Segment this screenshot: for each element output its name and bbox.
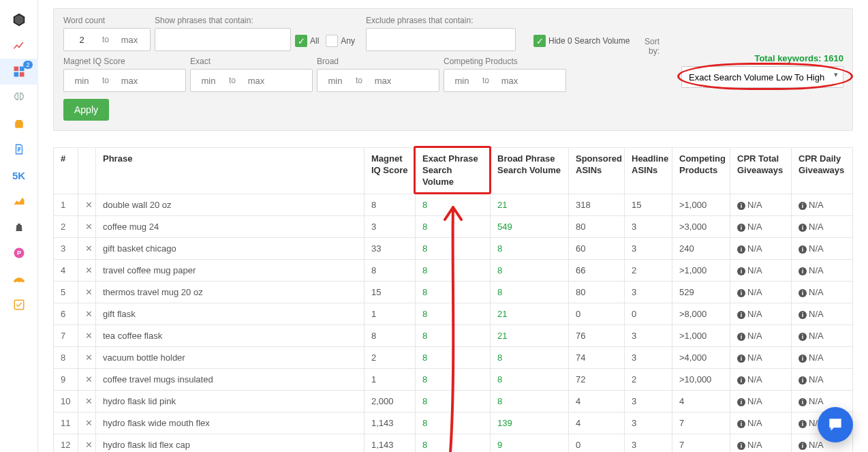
cell-exact[interactable]: 8 [416, 303, 491, 325]
remove-row-icon[interactable]: ✕ [78, 303, 96, 325]
info-icon[interactable]: i [799, 333, 807, 341]
info-icon[interactable]: i [737, 245, 745, 254]
nav-lamp-icon[interactable] [0, 266, 38, 292]
remove-row-icon[interactable]: ✕ [78, 325, 96, 346]
exclude-phrases-input[interactable] [366, 28, 516, 51]
remove-row-icon[interactable]: ✕ [78, 194, 96, 215]
cell-broad[interactable]: 21 [491, 325, 569, 346]
competing-min-input[interactable] [444, 76, 480, 86]
exact-max-input[interactable] [238, 76, 274, 86]
any-checkbox[interactable] [326, 35, 338, 47]
cell-broad[interactable]: 8 [491, 390, 569, 412]
cell-broad[interactable]: 8 [491, 368, 569, 390]
cell-exact[interactable]: 8 [416, 434, 491, 452]
cell-exact[interactable]: 8 [416, 368, 491, 390]
info-icon[interactable]: i [737, 442, 745, 450]
cell-broad[interactable]: 8 [491, 237, 569, 259]
info-icon[interactable]: i [799, 398, 807, 406]
info-icon[interactable]: i [799, 267, 807, 275]
info-icon[interactable]: i [737, 311, 745, 319]
col-cprdaily[interactable]: CPR Daily Giveaways [792, 148, 853, 194]
info-icon[interactable]: i [799, 376, 807, 385]
remove-row-icon[interactable]: ✕ [78, 346, 96, 368]
iq-max-input[interactable] [112, 76, 147, 86]
col-sponsored[interactable]: Sponsored ASINs [569, 148, 625, 194]
hide0-checkbox[interactable]: ✓ [533, 35, 546, 47]
sort-select[interactable]: Exact Search Volume Low To High [681, 66, 843, 88]
cell-broad[interactable]: 21 [491, 303, 569, 325]
col-phrase[interactable]: Phrase [96, 148, 365, 194]
broad-min-input[interactable] [317, 76, 353, 86]
col-cprtotal[interactable]: CPR Total Giveaways [730, 148, 792, 194]
cell-broad[interactable]: 21 [491, 194, 569, 215]
info-icon[interactable]: i [737, 202, 745, 210]
remove-row-icon[interactable]: ✕ [78, 259, 96, 281]
cell-exact[interactable]: 8 [416, 215, 491, 237]
col-index[interactable]: # [54, 148, 78, 194]
info-icon[interactable]: i [799, 442, 807, 450]
info-icon[interactable]: i [799, 355, 807, 363]
exact-min-input[interactable] [191, 76, 226, 86]
cell-broad[interactable]: 8 [491, 281, 569, 303]
nav-bag-icon[interactable] [0, 214, 38, 240]
broad-max-input[interactable] [365, 76, 401, 86]
info-icon[interactable]: i [799, 224, 807, 232]
show-phrases-input[interactable] [155, 28, 291, 51]
nav-blocks-icon[interactable]: 2 [0, 59, 38, 85]
nav-5k-icon[interactable]: 5K [0, 162, 38, 188]
cell-exact[interactable]: 8 [416, 194, 491, 215]
wordcount-min-input[interactable] [64, 35, 99, 45]
competing-max-input[interactable] [492, 76, 527, 86]
col-exact[interactable]: Exact Phrase Search Volume [416, 148, 491, 194]
info-icon[interactable]: i [737, 333, 745, 341]
cell-exact[interactable]: 8 [416, 346, 491, 368]
remove-row-icon[interactable]: ✕ [78, 368, 96, 390]
remove-row-icon[interactable]: ✕ [78, 237, 96, 259]
cell-exact[interactable]: 8 [416, 390, 491, 412]
nav-p-icon[interactable]: P [0, 240, 38, 266]
nav-brain-icon[interactable] [0, 85, 38, 110]
cell-broad[interactable]: 8 [491, 346, 569, 368]
col-broad[interactable]: Broad Phrase Search Volume [491, 148, 569, 194]
info-icon[interactable]: i [737, 355, 745, 363]
cell-exact[interactable]: 8 [416, 281, 491, 303]
nav-area-chart-icon[interactable] [0, 188, 38, 214]
remove-row-icon[interactable]: ✕ [78, 434, 96, 452]
remove-row-icon[interactable]: ✕ [78, 281, 96, 303]
cell-exact[interactable]: 8 [416, 259, 491, 281]
cell-broad[interactable]: 9 [491, 434, 569, 452]
col-iq[interactable]: Magnet IQ Score [365, 148, 416, 194]
nav-trend-icon[interactable] [0, 33, 38, 59]
info-icon[interactable]: i [737, 398, 745, 406]
info-icon[interactable]: i [737, 224, 745, 232]
cell-exact[interactable]: 8 [416, 237, 491, 259]
info-icon[interactable]: i [737, 376, 745, 385]
info-icon[interactable]: i [799, 245, 807, 254]
col-competing[interactable]: Competing Products [672, 148, 730, 194]
cell-exact[interactable]: 8 [416, 325, 491, 346]
wordcount-max-input[interactable] [112, 35, 147, 45]
cell-broad[interactable]: 549 [491, 215, 569, 237]
info-icon[interactable]: i [737, 289, 745, 297]
nav-jar-icon[interactable] [0, 110, 38, 136]
col-headline[interactable]: Headline ASINs [625, 148, 672, 194]
info-icon[interactable]: i [799, 420, 807, 428]
cell-exact[interactable]: 8 [416, 412, 491, 434]
nav-check-icon[interactable] [0, 292, 38, 318]
info-icon[interactable]: i [799, 202, 807, 210]
remove-row-icon[interactable]: ✕ [78, 215, 96, 237]
chat-button[interactable] [818, 407, 853, 442]
all-checkbox[interactable]: ✓ [295, 35, 307, 47]
remove-row-icon[interactable]: ✕ [78, 390, 96, 412]
info-icon[interactable]: i [737, 420, 745, 428]
nav-box-icon[interactable] [0, 7, 38, 33]
apply-button[interactable]: Apply [63, 99, 109, 121]
remove-row-icon[interactable]: ✕ [78, 412, 96, 434]
iq-min-input[interactable] [64, 76, 99, 86]
info-icon[interactable]: i [799, 289, 807, 297]
info-icon[interactable]: i [737, 267, 745, 275]
cell-broad[interactable]: 8 [491, 259, 569, 281]
info-icon[interactable]: i [799, 311, 807, 319]
cell-broad[interactable]: 139 [491, 412, 569, 434]
nav-document-icon[interactable] [0, 136, 38, 162]
